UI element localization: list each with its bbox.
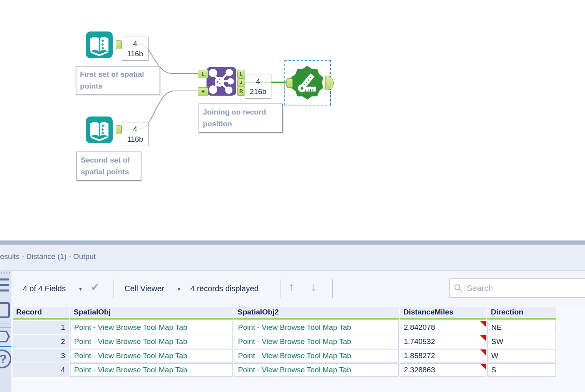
distance-value: 2.842078 [404, 323, 435, 331]
column-header[interactable]: Record [13, 307, 69, 320]
search-icon [454, 284, 462, 292]
help-icon[interactable]: ? [0, 349, 11, 371]
record-number-cell[interactable]: 1 [13, 321, 69, 334]
distance-cell[interactable]: 2.842078 [400, 321, 486, 334]
output-anchor[interactable] [116, 125, 122, 134]
spatialobj2-cell[interactable]: Point - View Browse Tool Map Tab [234, 363, 399, 377]
annotation-box[interactable]: 4 216b [245, 74, 271, 99]
input-anchor[interactable] [286, 78, 293, 88]
fields-dropdown[interactable]: 4 of 4 Fields [23, 284, 66, 293]
join-input-anchor-right[interactable]: R [198, 87, 208, 96]
record-number-cell[interactable]: 3 [13, 349, 69, 362]
column-header[interactable]: Direction [487, 307, 556, 320]
search-input[interactable] [466, 283, 585, 293]
divider [113, 279, 114, 298]
column-header[interactable]: SpatialObj2 [234, 307, 399, 320]
annotation-count: 4 [133, 124, 137, 134]
svg-text:?: ? [0, 352, 7, 366]
records-displayed-label: 4 records displayed [190, 284, 258, 293]
spatialobj2-cell[interactable]: Point - View Browse Tool Map Tab [234, 321, 399, 334]
input-data-tool-icon[interactable] [86, 116, 113, 143]
map-view-icon[interactable] [0, 329, 10, 344]
move-down-icon[interactable]: ↓ [311, 280, 317, 294]
annotation-count: 4 [256, 76, 260, 87]
results-panel-title: esults - Distance (1) - Output [0, 252, 96, 261]
output-anchor[interactable] [116, 40, 122, 49]
workflow-canvas[interactable]: 4 116b First set of spatial points 4 116… [0, 0, 585, 240]
annotation-size: 216b [250, 87, 266, 97]
output-anchor[interactable] [325, 76, 334, 90]
join-output-anchor-right[interactable]: R [237, 87, 245, 96]
cell-overflow-indicator-icon[interactable] [480, 349, 486, 355]
join-output-anchor-join[interactable]: J [237, 78, 245, 87]
distance-value: 1.858272 [404, 351, 435, 360]
annotation-size: 116b [127, 49, 143, 59]
chevron-down-icon[interactable]: ▾ [79, 286, 82, 292]
direction-cell[interactable]: SW [487, 335, 556, 348]
apply-check-icon[interactable]: ✔ [91, 281, 100, 294]
spatialobj2-cell[interactable]: Point - View Browse Tool Map Tab [234, 349, 399, 362]
join-output-anchor-left[interactable]: L [237, 70, 245, 78]
record-number-cell[interactable]: 2 [13, 335, 69, 348]
divider [0, 324, 9, 324]
spatialobj-cell[interactable]: Point - View Browse Tool Map Tab [70, 321, 233, 334]
distance-cell[interactable]: 1.858272 [400, 349, 486, 362]
move-up-icon[interactable]: ↑ [288, 280, 294, 294]
distance-value: 2.328863 [404, 366, 435, 374]
spatialobj2-cell[interactable]: Point - View Browse Tool Map Tab [234, 335, 399, 348]
results-table-body: 1 Point - View Browse Tool Map Tab Point… [13, 321, 556, 377]
direction-cell[interactable]: NE [487, 321, 556, 334]
cell-overflow-indicator-icon[interactable] [480, 364, 486, 369]
tool-label[interactable]: Joining on record position [199, 104, 283, 133]
tool-label[interactable]: Second set of spatial points [76, 152, 141, 181]
panel-top-bar[interactable] [0, 240, 585, 244]
annotation-count: 4 [133, 39, 137, 49]
annotation-box[interactable]: 4 116b [122, 122, 149, 146]
table-view-icon[interactable] [0, 276, 10, 297]
cell-overflow-indicator-icon[interactable] [480, 321, 486, 327]
chevron-down-icon[interactable]: ▾ [178, 286, 180, 292]
results-table-header: Record SpatialObj SpatialObj2 DistanceMi… [13, 307, 556, 320]
direction-cell[interactable]: W [487, 349, 556, 362]
cell-viewer-dropdown[interactable]: Cell Viewer [124, 284, 164, 293]
column-header[interactable]: DistanceMiles [400, 307, 486, 320]
grip-dots-icon [1, 272, 10, 274]
divider [280, 279, 280, 298]
join-input-anchor-left[interactable]: L [198, 70, 208, 78]
distance-cell[interactable]: 2.328863 [400, 363, 486, 377]
spatialobj-cell[interactable]: Point - View Browse Tool Map Tab [70, 363, 233, 377]
tool-label[interactable]: First set of spatial points [76, 66, 160, 95]
cell-overflow-indicator-icon[interactable] [480, 335, 486, 341]
spatialobj-cell[interactable]: Point - View Browse Tool Map Tab [70, 349, 233, 362]
annotation-size: 116b [127, 134, 143, 144]
spatialobj-cell[interactable]: Point - View Browse Tool Map Tab [70, 335, 233, 348]
direction-cell[interactable]: S [487, 363, 556, 377]
record-number-cell[interactable]: 4 [13, 363, 69, 377]
distance-value: 1.740532 [404, 337, 435, 346]
search-box[interactable] [449, 278, 585, 298]
input-data-tool-icon[interactable] [86, 31, 113, 58]
profile-view-icon[interactable] [0, 301, 10, 319]
divider [332, 279, 333, 298]
annotation-box[interactable]: 4 116b [122, 37, 149, 61]
column-header[interactable]: SpatialObj [70, 307, 233, 320]
results-side-rail: ? [0, 271, 12, 392]
join-tool-icon[interactable] [206, 67, 236, 96]
distance-cell[interactable]: 1.740532 [400, 335, 486, 348]
